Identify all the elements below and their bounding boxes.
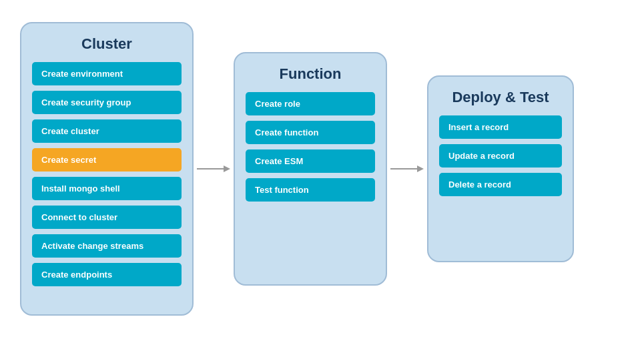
- function-btn-1[interactable]: Create function: [246, 121, 375, 144]
- function-panel-title: Function: [280, 65, 342, 83]
- arrow-cluster-to-function: [194, 159, 234, 179]
- cluster-panel: Cluster Create environmentCreate securit…: [20, 22, 194, 316]
- cluster-btn-2[interactable]: Create cluster: [32, 119, 182, 143]
- cluster-btn-3[interactable]: Create secret: [32, 148, 182, 172]
- function-btn-2[interactable]: Create ESM: [246, 149, 375, 173]
- cluster-btn-4[interactable]: Install mongo shell: [32, 177, 182, 200]
- cluster-btn-7[interactable]: Create endpoints: [32, 263, 182, 286]
- cluster-panel-title: Cluster: [81, 35, 132, 53]
- cluster-btn-list: Create environmentCreate security groupC…: [32, 62, 182, 286]
- cluster-btn-1[interactable]: Create security group: [32, 91, 182, 114]
- function-btn-0[interactable]: Create role: [246, 92, 375, 115]
- arrow-function-to-deploy: [387, 159, 427, 179]
- function-panel: Function Create roleCreate functionCreat…: [234, 52, 387, 286]
- deploy-panel-title: Deploy & Test: [452, 89, 549, 106]
- deploy-btn-2[interactable]: Delete a record: [439, 173, 562, 196]
- function-btn-3[interactable]: Test function: [246, 178, 375, 202]
- deploy-btn-list: Insert a recordUpdate a recordDelete a r…: [439, 115, 562, 196]
- cluster-btn-5[interactable]: Connect to cluster: [32, 206, 182, 229]
- svg-marker-3: [417, 165, 424, 172]
- svg-marker-1: [224, 165, 230, 172]
- function-btn-list: Create roleCreate functionCreate ESMTest…: [246, 92, 375, 202]
- cluster-btn-6[interactable]: Activate change streams: [32, 234, 182, 258]
- diagram-container: Cluster Create environmentCreate securit…: [0, 0, 644, 337]
- deploy-btn-0[interactable]: Insert a record: [439, 115, 562, 139]
- cluster-btn-0[interactable]: Create environment: [32, 62, 182, 85]
- deploy-panel: Deploy & Test Insert a recordUpdate a re…: [427, 75, 574, 262]
- deploy-btn-1[interactable]: Update a record: [439, 144, 562, 167]
